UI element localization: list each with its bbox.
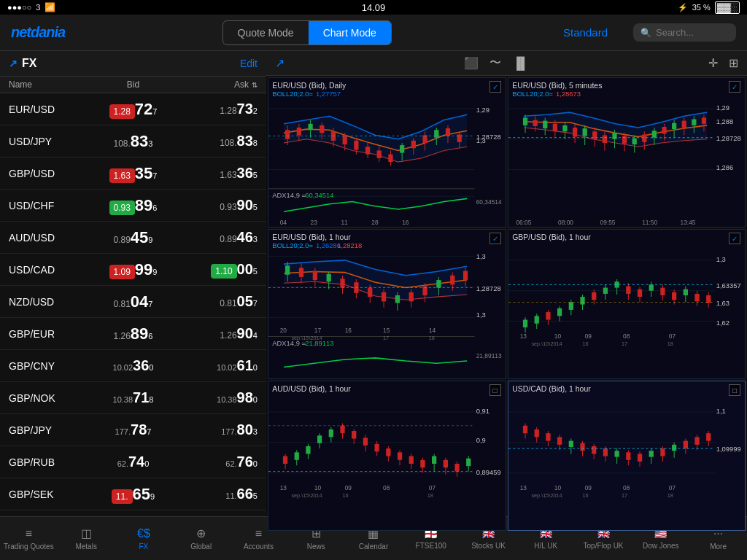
svg-text:1,28728: 1,28728 <box>476 284 501 292</box>
fx-arrow-icon: ↗ <box>9 58 18 69</box>
pair-label: GBP/EUR <box>9 328 92 340</box>
table-row[interactable]: USD/CAD 1.09 99 9 1.10 00 5 <box>0 254 266 286</box>
svg-rect-229 <box>283 456 287 464</box>
svg-rect-128 <box>299 268 303 277</box>
svg-text:04: 04 <box>280 219 287 226</box>
svg-text:21,89113: 21,89113 <box>476 352 502 359</box>
svg-text:18: 18 <box>427 492 433 499</box>
svg-rect-287 <box>557 438 561 445</box>
pair-label: GBP/USD <box>9 168 92 179</box>
chart-svg: EUR/USD (Bid), Daily BOLL20;2.0= 1,27757 <box>268 78 506 227</box>
tab-metals[interactable]: ◫ Metals <box>58 517 115 560</box>
ask-cell: 1.26 90 4 <box>174 325 258 342</box>
svg-rect-175 <box>522 320 527 327</box>
tab-trading-quotes[interactable]: ≡ Trading Quotes <box>0 517 58 560</box>
line-chart-icon[interactable]: 〜 <box>489 55 501 71</box>
table-row[interactable]: GBP/EUR 1.26 89 6 1.26 90 4 <box>0 318 266 350</box>
search-input[interactable] <box>656 27 729 38</box>
svg-rect-152 <box>463 271 468 281</box>
chart-gbp-usd-1h[interactable]: ✓ GBP/USD (Bid), 1 hour <box>508 229 746 379</box>
chart-eur-usd-daily[interactable]: ✓ EUR/USD (Bid), Daily BOLL20;2.0= 1,277… <box>268 77 506 228</box>
tab-label: H/L UK <box>534 542 557 550</box>
table-row[interactable]: GBP/NOK 10.38 71 8 10.38 98 0 <box>0 382 266 414</box>
quote-mode-button[interactable]: Quote Mode <box>223 21 309 44</box>
table-row[interactable]: NZD/USD 0.81 04 7 0.81 05 7 <box>0 286 266 318</box>
table-row[interactable]: GBP/USD 1.63 35 7 1.63 36 5 <box>0 158 266 190</box>
chart-eur-usd-5min[interactable]: ✓ EUR/USD (Bid), 5 minutes BOLL20;2.0= 1… <box>508 77 746 228</box>
wifi-icon: 📶 <box>44 2 55 12</box>
tab-fx[interactable]: €$ FX <box>115 517 173 560</box>
crosshair-icon[interactable]: ✛ <box>708 56 718 70</box>
svg-text:17: 17 <box>621 341 627 347</box>
svg-text:1,62: 1,62 <box>716 319 729 327</box>
svg-rect-303 <box>649 451 653 456</box>
svg-rect-197 <box>649 284 653 290</box>
chart-usd-cad-1h[interactable]: □ USD/CAD (Bid), 1 hour <box>508 381 746 531</box>
chart-select-checkbox[interactable]: ✓ <box>489 81 501 93</box>
svg-rect-281 <box>522 426 527 433</box>
chart-select-checkbox[interactable]: ✓ <box>489 233 501 244</box>
ask-cell: 11. 66 5 <box>174 486 258 502</box>
svg-rect-181 <box>557 308 561 316</box>
ask-cell: 62. 76 0 <box>174 454 258 470</box>
svg-text:11:50: 11:50 <box>642 219 657 226</box>
grid-icon[interactable]: ⊞ <box>729 56 738 70</box>
svg-rect-309 <box>683 441 687 448</box>
status-bar: ●●●○○ 3 📶 14.09 ⚡ 35 % ▓▓░ <box>0 0 747 15</box>
svg-rect-203 <box>683 289 687 295</box>
tab-global[interactable]: ⊕ Global <box>172 517 230 560</box>
svg-rect-132 <box>327 274 331 281</box>
pair-label: USD/CHF <box>9 200 92 211</box>
fx-column-headers: Name Bid Ask ⇅ <box>0 77 266 93</box>
svg-rect-22 <box>354 141 358 150</box>
svg-text:BOLL20;2.0=: BOLL20;2.0= <box>272 90 313 98</box>
svg-text:17: 17 <box>383 335 389 341</box>
chart-grid: ✓ EUR/USD (Bid), Daily BOLL20;2.0= 1,277… <box>266 76 747 532</box>
search-box[interactable]: 🔍 <box>633 23 736 42</box>
svg-rect-259 <box>454 464 459 471</box>
svg-rect-148 <box>436 280 441 287</box>
column-chart-icon[interactable]: ▐▌ <box>512 57 529 70</box>
table-row[interactable]: GBP/SEK 11. 65 9 11. 66 5 <box>0 478 266 510</box>
chart-panel: ↗ ⬛ 〜 ▐▌ ✛ ⊞ ✓ EUR/US <box>266 51 747 516</box>
bid-cell: 108. 83 3 <box>92 132 175 151</box>
chart-mode-button[interactable]: Chart Mode <box>309 21 391 44</box>
svg-rect-293 <box>592 446 596 454</box>
svg-rect-289 <box>568 441 573 447</box>
edit-button[interactable]: Edit <box>240 58 258 69</box>
ask-cell: 1.28 73 2 <box>174 101 258 117</box>
table-row[interactable]: GBP/JPY 177. 78 7 177. 80 3 <box>0 414 266 446</box>
table-row[interactable]: GBP/CNY 10.02 36 0 10.02 61 0 <box>0 350 266 382</box>
bid-large: 72 <box>135 100 152 119</box>
chart-select-checkbox[interactable]: □ <box>729 384 740 396</box>
fx-panel: ↗ FX Edit Name Bid Ask ⇅ EUR/USD 1.28 72… <box>0 51 266 516</box>
table-row[interactable]: USD/JPY 108. 83 3 108. 83 8 <box>0 125 266 158</box>
chart-select-checkbox[interactable]: □ <box>489 384 501 396</box>
svg-rect-12 <box>297 128 301 135</box>
bar-chart-icon[interactable]: ⬛ <box>464 56 479 70</box>
svg-text:16: 16 <box>343 492 349 499</box>
table-row[interactable]: USD/CHF 0.93 89 6 0.93 90 5 <box>0 190 266 222</box>
svg-text:08: 08 <box>623 332 630 340</box>
chart-eur-usd-1h[interactable]: ✓ EUR/USD (Bid), 1 hour BOLL20;2.0= 1,26… <box>268 229 506 379</box>
svg-rect-116 <box>268 230 505 378</box>
svg-text:AUD/USD (Bid), 1 hour: AUD/USD (Bid), 1 hour <box>272 385 351 393</box>
table-row[interactable]: EUR/USD 1.28 72 7 1.28 73 2 <box>0 93 266 125</box>
table-row[interactable]: AUD/USD 0.89 45 9 0.89 46 3 <box>0 222 266 254</box>
table-row[interactable]: GBP/RUB 62. 74 0 62. 76 0 <box>0 446 266 478</box>
pair-label: GBP/NOK <box>9 392 92 404</box>
chart-select-checkbox[interactable]: ✓ <box>729 233 740 244</box>
svg-rect-74 <box>552 124 557 131</box>
battery-icon: ▓▓░ <box>715 1 740 14</box>
chart-aud-usd-1h[interactable]: □ AUD/USD (Bid), 1 hour <box>268 381 506 531</box>
expand-icon[interactable]: ↗ <box>275 56 285 70</box>
tab-label: Top/Flop UK <box>584 542 624 550</box>
svg-text:sep.\15\2014: sep.\15\2014 <box>291 335 322 341</box>
svg-text:sep.\15\2014: sep.\15\2014 <box>291 492 322 499</box>
svg-rect-104 <box>701 117 705 123</box>
tab-label: Trading Quotes <box>4 542 54 551</box>
chart-select-checkbox[interactable]: ✓ <box>729 81 740 93</box>
svg-rect-68 <box>522 117 527 125</box>
svg-rect-169 <box>508 230 745 378</box>
svg-text:17: 17 <box>314 327 322 334</box>
